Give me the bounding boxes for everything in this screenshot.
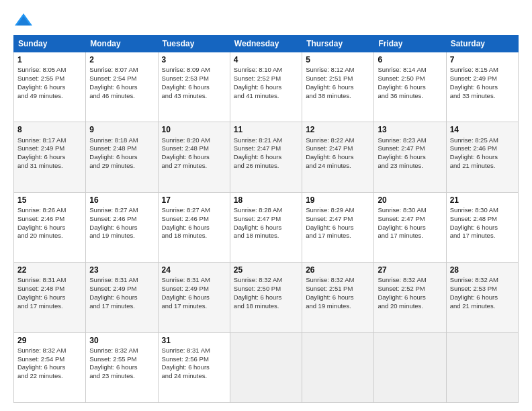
calendar-table: Sunday Monday Tuesday Wednesday Thursday…	[13, 35, 519, 403]
calendar-cell: 4Sunrise: 8:10 AMSunset: 2:52 PMDaylight…	[230, 52, 302, 122]
calendar-week-2: 15Sunrise: 8:26 AMSunset: 2:46 PMDayligh…	[14, 192, 519, 262]
day-number: 16	[89, 195, 154, 205]
day-number: 20	[378, 195, 442, 205]
day-number: 11	[234, 124, 298, 135]
day-number: 4	[234, 54, 298, 65]
calendar-week-3: 22Sunrise: 8:31 AMSunset: 2:48 PMDayligh…	[14, 263, 519, 332]
calendar-week-4: 29Sunrise: 8:32 AMSunset: 2:54 PMDayligh…	[14, 332, 519, 402]
day-number: 30	[89, 335, 154, 346]
calendar-cell: 8Sunrise: 8:17 AMSunset: 2:49 PMDaylight…	[14, 122, 86, 192]
day-number: 29	[17, 335, 82, 346]
calendar-cell: 12Sunrise: 8:22 AMSunset: 2:47 PMDayligh…	[302, 122, 374, 192]
day-number: 22	[17, 265, 82, 275]
day-number: 24	[162, 265, 226, 275]
day-number: 15	[17, 195, 82, 205]
calendar: Sunday Monday Tuesday Wednesday Thursday…	[13, 35, 519, 403]
col-monday: Monday	[86, 36, 158, 52]
calendar-cell: 21Sunrise: 8:30 AMSunset: 2:48 PMDayligh…	[446, 192, 518, 262]
day-number: 28	[450, 265, 515, 275]
day-number: 26	[306, 265, 370, 275]
day-number: 19	[306, 195, 370, 205]
day-number: 1	[17, 54, 82, 65]
day-number: 23	[89, 265, 154, 275]
calendar-cell: 27Sunrise: 8:32 AMSunset: 2:52 PMDayligh…	[374, 263, 446, 332]
calendar-cell: 18Sunrise: 8:28 AMSunset: 2:47 PMDayligh…	[230, 192, 302, 262]
col-friday: Friday	[374, 36, 446, 52]
calendar-cell: 16Sunrise: 8:27 AMSunset: 2:46 PMDayligh…	[86, 192, 158, 262]
day-number: 25	[234, 265, 298, 275]
day-number: 17	[162, 195, 226, 205]
day-number: 31	[162, 335, 226, 346]
day-number: 7	[450, 54, 515, 65]
calendar-cell: 30Sunrise: 8:32 AMSunset: 2:55 PMDayligh…	[86, 332, 158, 402]
calendar-cell: 5Sunrise: 8:12 AMSunset: 2:51 PMDaylight…	[302, 52, 374, 122]
calendar-cell: 26Sunrise: 8:32 AMSunset: 2:51 PMDayligh…	[302, 263, 374, 332]
calendar-cell: 11Sunrise: 8:21 AMSunset: 2:47 PMDayligh…	[230, 122, 302, 192]
day-number: 14	[450, 124, 515, 135]
calendar-cell	[374, 332, 446, 402]
day-number: 27	[378, 265, 442, 275]
calendar-cell: 1Sunrise: 8:05 AMSunset: 2:55 PMDaylight…	[14, 52, 86, 122]
logo	[13, 12, 36, 28]
header-row: Sunday Monday Tuesday Wednesday Thursday…	[14, 36, 519, 52]
calendar-cell: 15Sunrise: 8:26 AMSunset: 2:46 PMDayligh…	[14, 192, 86, 262]
day-number: 5	[306, 54, 370, 65]
calendar-cell: 2Sunrise: 8:07 AMSunset: 2:54 PMDaylight…	[86, 52, 158, 122]
page: Sunday Monday Tuesday Wednesday Thursday…	[0, 0, 532, 411]
calendar-cell: 3Sunrise: 8:09 AMSunset: 2:53 PMDaylight…	[158, 52, 230, 122]
calendar-cell: 22Sunrise: 8:31 AMSunset: 2:48 PMDayligh…	[14, 263, 86, 332]
calendar-cell: 28Sunrise: 8:32 AMSunset: 2:53 PMDayligh…	[446, 263, 518, 332]
calendar-cell: 17Sunrise: 8:27 AMSunset: 2:46 PMDayligh…	[158, 192, 230, 262]
calendar-cell: 9Sunrise: 8:18 AMSunset: 2:48 PMDaylight…	[86, 122, 158, 192]
calendar-cell: 29Sunrise: 8:32 AMSunset: 2:54 PMDayligh…	[14, 332, 86, 402]
calendar-header: Sunday Monday Tuesday Wednesday Thursday…	[14, 36, 519, 52]
calendar-cell: 10Sunrise: 8:20 AMSunset: 2:48 PMDayligh…	[158, 122, 230, 192]
day-number: 2	[89, 54, 154, 65]
calendar-cell: 23Sunrise: 8:31 AMSunset: 2:49 PMDayligh…	[86, 263, 158, 332]
calendar-cell	[446, 332, 518, 402]
day-number: 21	[450, 195, 515, 205]
calendar-body: 1Sunrise: 8:05 AMSunset: 2:55 PMDaylight…	[14, 52, 519, 403]
col-tuesday: Tuesday	[158, 36, 230, 52]
day-number: 13	[378, 124, 442, 135]
calendar-cell: 31Sunrise: 8:31 AMSunset: 2:56 PMDayligh…	[158, 332, 230, 402]
calendar-week-1: 8Sunrise: 8:17 AMSunset: 2:49 PMDaylight…	[14, 122, 519, 192]
calendar-cell: 19Sunrise: 8:29 AMSunset: 2:47 PMDayligh…	[302, 192, 374, 262]
col-saturday: Saturday	[446, 36, 518, 52]
calendar-cell: 20Sunrise: 8:30 AMSunset: 2:47 PMDayligh…	[374, 192, 446, 262]
day-number: 8	[17, 124, 82, 135]
calendar-cell	[302, 332, 374, 402]
day-number: 3	[162, 54, 226, 65]
calendar-cell: 6Sunrise: 8:14 AMSunset: 2:50 PMDaylight…	[374, 52, 446, 122]
calendar-cell: 14Sunrise: 8:25 AMSunset: 2:46 PMDayligh…	[446, 122, 518, 192]
day-number: 12	[306, 124, 370, 135]
logo-icon	[13, 12, 34, 28]
calendar-cell: 13Sunrise: 8:23 AMSunset: 2:47 PMDayligh…	[374, 122, 446, 192]
calendar-cell	[230, 332, 302, 402]
col-wednesday: Wednesday	[230, 36, 302, 52]
day-number: 6	[378, 54, 442, 65]
calendar-cell: 7Sunrise: 8:15 AMSunset: 2:49 PMDaylight…	[446, 52, 518, 122]
col-sunday: Sunday	[14, 36, 86, 52]
day-number: 10	[162, 124, 226, 135]
day-number: 18	[234, 195, 298, 205]
day-number: 9	[89, 124, 154, 135]
calendar-cell: 24Sunrise: 8:31 AMSunset: 2:49 PMDayligh…	[158, 263, 230, 332]
calendar-week-0: 1Sunrise: 8:05 AMSunset: 2:55 PMDaylight…	[14, 52, 519, 122]
calendar-cell: 25Sunrise: 8:32 AMSunset: 2:50 PMDayligh…	[230, 263, 302, 332]
header	[13, 12, 519, 28]
col-thursday: Thursday	[302, 36, 374, 52]
